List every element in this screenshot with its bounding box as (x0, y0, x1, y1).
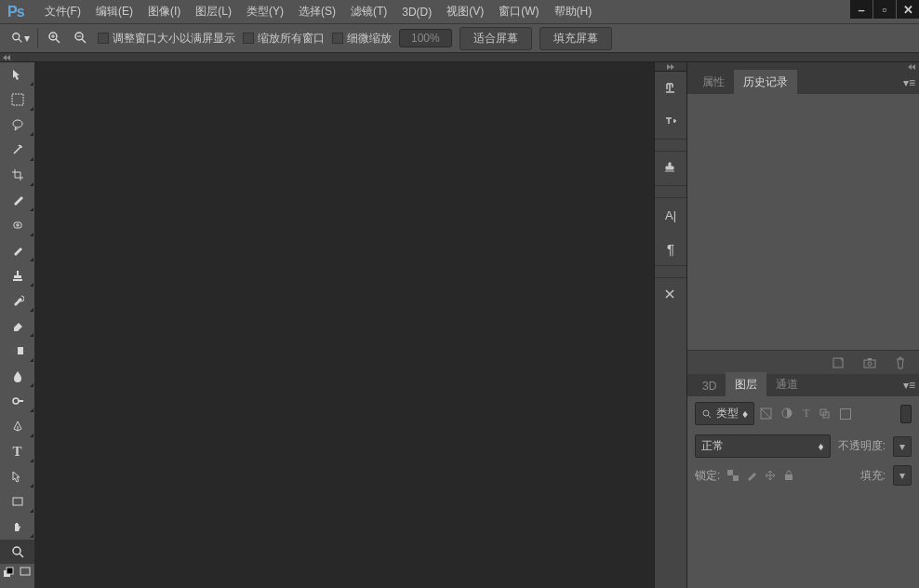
options-bar: ▾ 调整窗口大小以满屏显示 缩放所有窗口 细微缩放 100% 适合屏幕 填充屏幕 (0, 23, 919, 53)
close-button[interactable]: ✕ (897, 0, 919, 19)
current-tool-icon[interactable]: ▾ (11, 29, 30, 47)
menu-3d[interactable]: 3D(D) (394, 2, 439, 22)
svg-rect-34 (727, 470, 733, 475)
path-select-tool[interactable] (0, 464, 34, 488)
filter-kind-dropdown[interactable]: 类型♦ (695, 402, 754, 425)
dodge-tool[interactable] (0, 389, 34, 413)
menu-view[interactable]: 视图(V) (439, 0, 491, 23)
menu-layer[interactable]: 图层(L) (188, 0, 239, 23)
zoom-all-check[interactable]: 缩放所有窗口 (243, 31, 325, 47)
svg-line-8 (82, 39, 86, 43)
shape-tool[interactable] (0, 489, 34, 514)
eraser-tool[interactable] (0, 314, 34, 338)
menu-help[interactable]: 帮助(H) (547, 0, 600, 23)
filter-adjust-icon[interactable] (781, 408, 793, 420)
canvas-area (34, 62, 654, 588)
panel-menu-icon[interactable]: ▾≡ (903, 379, 915, 392)
stamp-tool[interactable] (0, 263, 34, 287)
svg-line-29 (708, 415, 711, 418)
brush-tool[interactable] (0, 238, 34, 262)
trash-icon[interactable] (895, 356, 906, 369)
history-brush-tool[interactable] (0, 288, 34, 313)
zoom-100-button[interactable]: 100% (399, 29, 452, 47)
filter-type-icon[interactable]: T (803, 407, 809, 421)
swap-colors-icon[interactable] (0, 565, 17, 580)
type-tool[interactable]: T (0, 439, 34, 463)
tab-layers[interactable]: 图层 (726, 372, 766, 396)
pen-tool[interactable] (0, 414, 34, 438)
collapse-strip[interactable] (0, 53, 919, 62)
healing-tool[interactable] (0, 213, 34, 237)
lock-position-icon[interactable] (765, 470, 776, 481)
panel-menu-icon[interactable]: ▾≡ (903, 76, 915, 89)
opacity-value[interactable]: ▾ (893, 436, 912, 457)
scrubby-zoom-check[interactable]: 细微缩放 (332, 31, 392, 47)
menu-edit[interactable]: 编辑(E) (88, 0, 140, 23)
filter-smart-icon[interactable] (840, 408, 851, 420)
opacity-label: 不透明度: (838, 438, 886, 454)
svg-line-1 (19, 39, 22, 43)
snapshot-icon[interactable] (863, 357, 876, 368)
svg-rect-36 (785, 474, 792, 480)
svg-rect-23 (20, 568, 30, 575)
menu-file[interactable]: 文件(F) (37, 0, 88, 23)
tab-channels[interactable]: 通道 (766, 372, 807, 396)
blend-mode-dropdown[interactable]: 正常♦ (695, 434, 831, 458)
marquee-tool[interactable] (0, 87, 34, 112)
svg-rect-25 (864, 360, 875, 368)
svg-rect-9 (12, 94, 23, 105)
menu-image[interactable]: 图像(I) (140, 0, 188, 23)
paragraph-panel-icon[interactable]: ¶ (655, 232, 686, 265)
zoom-tool[interactable] (0, 540, 34, 564)
filter-toggle[interactable] (900, 405, 912, 423)
crop-tool[interactable] (0, 163, 34, 187)
lasso-tool[interactable] (0, 113, 34, 137)
tab-properties[interactable]: 属性 (693, 70, 734, 94)
zoom-in-icon[interactable] (46, 29, 64, 47)
filter-pixel-icon[interactable] (760, 408, 772, 420)
menu-window[interactable]: 窗口(W) (491, 0, 546, 23)
lock-transparent-icon[interactable] (727, 470, 739, 481)
tab-3d[interactable]: 3D (693, 375, 726, 396)
lock-all-icon[interactable] (783, 470, 794, 481)
clone-source-panel-icon[interactable] (655, 152, 686, 185)
right-panels: 属性 历史记录 ▾≡ 3D 图层 通道 ▾≡ 类型♦ (686, 62, 919, 588)
lock-label: 锁定: (695, 468, 720, 484)
screen-mode-icon[interactable] (17, 565, 33, 580)
brushes-panel-icon[interactable] (655, 72, 686, 105)
svg-rect-22 (7, 568, 13, 574)
fit-screen-button[interactable]: 适合屏幕 (460, 27, 532, 50)
blur-tool[interactable] (0, 364, 34, 388)
lock-image-icon[interactable] (746, 470, 757, 481)
brush-presets-panel-icon[interactable] (655, 105, 686, 139)
collapse-handle[interactable] (655, 62, 686, 72)
create-document-icon[interactable] (832, 356, 845, 369)
wand-tool[interactable] (0, 138, 34, 162)
app-logo: Ps (7, 4, 24, 20)
eyedropper-tool[interactable] (0, 188, 34, 212)
menu-select[interactable]: 选择(S) (291, 0, 343, 23)
minimize-button[interactable]: – (850, 0, 872, 19)
character-panel-icon[interactable]: A| (655, 198, 686, 232)
resize-window-check[interactable]: 调整窗口大小以满屏显示 (98, 31, 235, 47)
tab-history[interactable]: 历史记录 (734, 70, 797, 94)
history-panel: 属性 历史记录 ▾≡ (687, 72, 919, 374)
svg-line-20 (20, 554, 23, 557)
fill-value[interactable]: ▾ (893, 465, 912, 486)
fill-label: 填充: (860, 468, 886, 484)
hand-tool[interactable] (0, 514, 34, 539)
menu-type[interactable]: 类型(Y) (239, 0, 291, 23)
filter-shape-icon[interactable] (819, 408, 831, 420)
move-tool[interactable] (0, 62, 34, 87)
zoom-out-icon[interactable] (72, 29, 90, 47)
menu-filter[interactable]: 滤镜(T) (343, 0, 394, 23)
layers-list (687, 489, 919, 588)
maximize-button[interactable]: ▫ (873, 0, 896, 19)
svg-rect-27 (868, 358, 872, 360)
tool-presets-panel-icon[interactable] (655, 278, 686, 312)
menubar: Ps 文件(F) 编辑(E) 图像(I) 图层(L) 类型(Y) 选择(S) 滤… (0, 0, 919, 23)
fill-screen-button[interactable]: 填充屏幕 (539, 27, 612, 50)
svg-rect-35 (733, 475, 739, 481)
svg-rect-18 (13, 498, 22, 505)
gradient-tool[interactable] (0, 339, 34, 363)
